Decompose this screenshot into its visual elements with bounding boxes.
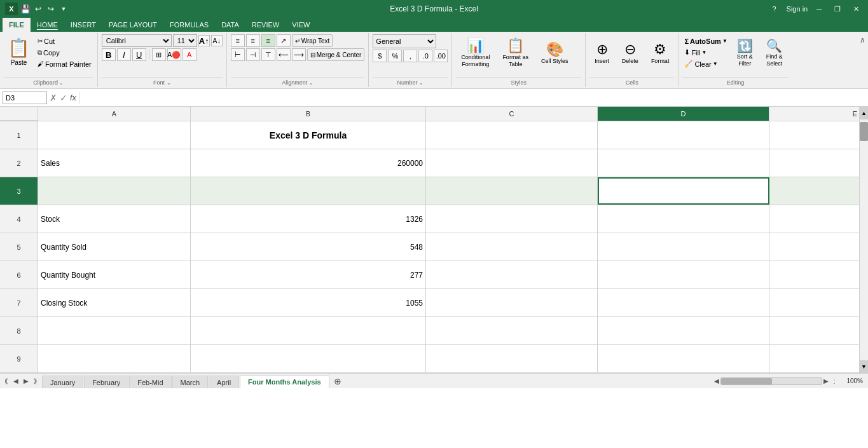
col-header-a[interactable]: A [38, 107, 191, 121]
insert-menu-item[interactable]: INSERT [64, 18, 102, 32]
row-header-2[interactable]: 2 [0, 149, 38, 177]
cell-b7[interactable]: 1055 [191, 289, 426, 316]
row-header-5[interactable]: 5 [0, 233, 38, 261]
cell-c2[interactable] [426, 149, 598, 177]
cell-b6[interactable]: 277 [191, 261, 426, 288]
cell-d1[interactable] [598, 121, 769, 149]
cell-c1[interactable] [426, 121, 598, 149]
decrease-font-size-btn[interactable]: A↓ [211, 35, 223, 46]
cell-e3[interactable] [769, 177, 859, 205]
cell-b5[interactable]: 548 [191, 233, 426, 261]
cell-b4[interactable]: 1326 [191, 205, 426, 233]
sort-filter-btn[interactable]: 🔃 Sort &Filter [732, 34, 758, 71]
cell-a7[interactable]: Closing Stock [38, 289, 191, 316]
cell-e4[interactable] [769, 205, 859, 233]
sheet-tab-february[interactable]: February [84, 376, 128, 388]
cell-a1[interactable] [38, 121, 191, 149]
save-icon[interactable]: 💾 [20, 4, 31, 14]
sheet-options-btn[interactable]: ⋮ [830, 377, 839, 384]
cell-e6[interactable] [769, 261, 859, 288]
cell-e5[interactable] [769, 233, 859, 261]
cell-b1[interactable]: Excel 3 D Formula [191, 121, 426, 149]
sheet-tab-april[interactable]: April [209, 376, 239, 388]
select-all-btn[interactable] [0, 107, 38, 121]
percent-btn[interactable]: % [388, 50, 402, 62]
sheet-nav-next-btn[interactable]: ▶ [22, 376, 31, 386]
row-header-6[interactable]: 6 [0, 261, 38, 288]
col-header-b[interactable]: B [191, 107, 426, 121]
vertical-scrollbar[interactable]: ▲ ▼ [859, 107, 868, 373]
cell-a2[interactable]: Sales [38, 149, 191, 177]
currency-btn[interactable]: $ [373, 50, 387, 62]
cell-e8[interactable] [769, 317, 859, 344]
delete-btn[interactable]: ⊖ Delete [617, 34, 644, 71]
italic-btn[interactable]: I [117, 48, 131, 61]
row-header-1[interactable]: 1 [0, 121, 38, 149]
cell-c7[interactable] [426, 289, 598, 316]
cell-d6[interactable] [598, 261, 769, 288]
indent-increase-btn[interactable]: ⟶ [292, 48, 306, 61]
scroll-up-btn[interactable]: ▲ [860, 107, 868, 119]
cell-a8[interactable] [38, 317, 191, 344]
border-btn[interactable]: ⊞ [152, 48, 166, 61]
decrease-decimal-btn[interactable]: .0 [418, 50, 432, 62]
review-menu-item[interactable]: REVIEW [245, 18, 286, 32]
copy-button[interactable]: ⧉ Copy [36, 47, 93, 58]
cell-a6[interactable]: Quantity Bought [38, 261, 191, 288]
cell-d7[interactable] [598, 289, 769, 316]
cell-d5[interactable] [598, 233, 769, 261]
h-scrollbar[interactable] [720, 377, 822, 385]
minimize-btn[interactable]: ─ [813, 4, 825, 14]
cell-d2[interactable] [598, 149, 769, 177]
data-menu-item[interactable]: DATA [215, 18, 245, 32]
align-top-right-btn[interactable]: ≡ [261, 34, 275, 47]
add-sheet-btn[interactable]: ⊕ [330, 376, 345, 386]
cut-button[interactable]: ✂ Cut [36, 36, 93, 46]
redo-icon[interactable]: ↪ [46, 4, 56, 14]
cancel-formula-btn[interactable]: ✗ [50, 93, 57, 103]
file-menu-btn[interactable]: FILE [3, 18, 31, 32]
cell-c5[interactable] [426, 233, 598, 261]
customize-qat-icon[interactable]: ▼ [59, 4, 69, 14]
sheet-nav-first-btn[interactable]: ⟪ [3, 376, 10, 386]
restore-btn[interactable]: ❐ [830, 4, 844, 15]
cell-e1[interactable] [769, 121, 859, 149]
font-size-select[interactable]: 11 [173, 34, 197, 47]
col-header-d[interactable]: D [598, 107, 769, 121]
cell-styles-btn[interactable]: 🎨 Cell Styles [536, 34, 574, 71]
cell-d8[interactable] [598, 317, 769, 344]
align-bottom-right-btn[interactable]: ⊤ [261, 48, 275, 61]
scroll-down-btn[interactable]: ▼ [860, 360, 868, 373]
align-top-center-btn[interactable]: ≡ [246, 34, 260, 47]
orientation-btn[interactable]: ↗ [277, 34, 291, 47]
sheet-nav-prev-btn[interactable]: ◀ [11, 376, 20, 386]
row-header-8[interactable]: 8 [0, 317, 38, 344]
cell-b3[interactable] [191, 177, 426, 205]
increase-font-size-btn[interactable]: A↑ [198, 35, 210, 46]
cell-c8[interactable] [426, 317, 598, 344]
undo-icon[interactable]: ↩ [33, 4, 43, 14]
row-header-9[interactable]: 9 [0, 345, 38, 372]
format-painter-button[interactable]: 🖌 Format Painter [36, 58, 93, 69]
row-header-7[interactable]: 7 [0, 289, 38, 316]
cell-a4[interactable]: Stock [38, 205, 191, 233]
number-format-select[interactable]: General [373, 34, 436, 48]
cell-c6[interactable] [426, 261, 598, 288]
wrap-text-btn[interactable]: ↵ Wrap Text [292, 34, 333, 47]
h-scroll-right-btn[interactable]: ▶ [823, 377, 829, 384]
increase-decimal-btn[interactable]: .00 [434, 50, 448, 62]
autosum-btn[interactable]: Σ AutoSum ▼ [682, 36, 729, 46]
cell-c3[interactable] [426, 177, 598, 205]
cell-a3[interactable] [38, 177, 191, 205]
paste-button[interactable]: 📋 Paste [4, 34, 34, 71]
formulas-menu-item[interactable]: FORMULAS [163, 18, 215, 32]
cell-c9[interactable] [426, 345, 598, 372]
cell-ref-box[interactable]: D3 [3, 92, 47, 104]
cell-e9[interactable] [769, 345, 859, 372]
cell-a9[interactable] [38, 345, 191, 372]
format-btn[interactable]: ⚙ Format [646, 34, 675, 71]
underline-btn[interactable]: U [132, 48, 146, 61]
indent-decrease-btn[interactable]: ⟵ [277, 48, 291, 61]
merge-center-btn[interactable]: ⊟ Merge & Center [307, 48, 365, 61]
cell-b9[interactable] [191, 345, 426, 372]
